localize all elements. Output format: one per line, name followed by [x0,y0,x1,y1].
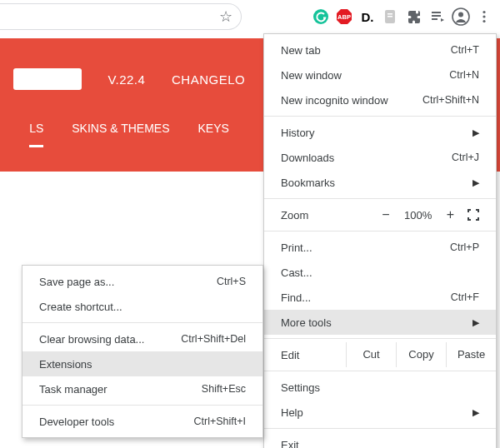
kebab-menu-icon[interactable] [475,7,493,26]
developer-tools-shortcut: Ctrl+Shift+I [193,416,246,427]
menu-history[interactable]: History ▶ [264,120,496,145]
zoom-in-button[interactable]: + [447,207,454,222]
menu-new-incognito[interactable]: New incognito window Ctrl+Shift+N [264,87,496,112]
svg-text:ABP: ABP [338,13,351,21]
submenu-arrow-icon: ▶ [472,407,479,418]
menu-exit-label: Exit [281,439,299,449]
submenu-save-page[interactable]: Save page as... Ctrl+S [22,269,262,294]
adblock-icon[interactable]: ABP [335,7,353,26]
menu-zoom: Zoom − 100% + [264,202,496,227]
clear-data-label: Clear browsing data... [39,333,144,346]
d-extension-icon[interactable]: D. [358,7,377,26]
menu-help[interactable]: Help ▶ [264,400,496,425]
menu-print-shortcut: Ctrl+P [450,241,479,253]
menu-find-shortcut: Ctrl+F [451,291,479,303]
tab-skins-themes[interactable]: SKINS & THEMES [72,122,169,147]
submenu-task-manager[interactable]: Task manager Shift+Esc [22,376,262,401]
extension-toolbar: ABP D. [305,3,500,30]
create-shortcut-label: Create shortcut... [39,301,122,313]
extensions-label: Extensions [39,358,92,371]
submenu-create-shortcut[interactable]: Create shortcut... [22,294,262,319]
zoom-percent: 100% [403,209,433,222]
developer-tools-label: Developer tools [39,416,114,428]
edit-cut-button[interactable]: Cut [346,342,396,367]
doc-extension-icon[interactable] [382,7,400,26]
submenu-clear-data[interactable]: Clear browsing data... Ctrl+Shift+Del [22,326,262,351]
menu-new-window-shortcut: Ctrl+N [449,69,479,81]
menu-bookmarks-label: Bookmarks [281,177,335,189]
menu-help-label: Help [281,406,303,419]
menu-separator [264,116,496,117]
svg-point-10 [458,12,463,17]
edit-copy-button[interactable]: Copy [396,342,446,367]
menu-settings-label: Settings [281,381,320,394]
menu-downloads-shortcut: Ctrl+J [452,152,479,163]
svg-point-11 [482,11,485,13]
svg-rect-5 [388,16,392,17]
menu-new-incognito-label: New incognito window [281,94,388,107]
edit-label: Edit [281,349,346,361]
bookmark-star-icon[interactable]: ☆ [219,7,232,26]
grammarly-icon[interactable] [312,7,330,26]
submenu-arrow-icon: ▶ [472,317,479,328]
menu-downloads[interactable]: Downloads Ctrl+J [264,145,496,170]
tab-panels[interactable]: LS [29,122,43,147]
omnibar[interactable]: ☆ [0,3,242,30]
menu-new-tab-shortcut: Ctrl+T [451,44,479,56]
version-label: V.22.4 [108,72,145,87]
clear-data-shortcut: Ctrl+Shift+Del [181,333,246,345]
save-page-label: Save page as... [39,276,114,288]
more-tools-submenu: Save page as... Ctrl+S Create shortcut..… [22,265,263,438]
menu-find[interactable]: Find... Ctrl+F [264,285,496,310]
menu-find-label: Find... [281,291,311,304]
svg-point-13 [482,20,485,22]
profile-avatar-icon[interactable] [452,7,470,26]
menu-new-tab[interactable]: New tab Ctrl+T [264,37,496,62]
menu-new-tab-label: New tab [281,44,321,57]
menu-separator [22,322,262,323]
menu-separator [264,428,496,429]
submenu-arrow-icon: ▶ [472,177,479,188]
menu-more-tools-label: More tools [281,316,332,329]
browser-main-menu: New tab Ctrl+T New window Ctrl+N New inc… [263,33,497,448]
submenu-arrow-icon: ▶ [472,127,479,138]
svg-point-12 [482,15,485,17]
menu-separator [22,405,262,406]
save-page-shortcut: Ctrl+S [217,276,246,287]
menu-new-window-label: New window [281,69,342,82]
menu-print-label: Print... [281,241,312,254]
menu-settings[interactable]: Settings [264,375,496,400]
menu-separator [264,231,496,231]
menu-exit[interactable]: Exit [264,432,496,448]
menu-new-window[interactable]: New window Ctrl+N [264,62,496,87]
zoom-label: Zoom [281,209,308,222]
menu-cast[interactable]: Cast... [264,260,496,285]
menu-new-incognito-shortcut: Ctrl+Shift+N [422,94,479,106]
menu-edit-row: Edit Cut Copy Paste [264,342,496,367]
submenu-developer-tools[interactable]: Developer tools Ctrl+Shift+I [22,409,262,434]
menu-separator [264,198,496,199]
menu-cast-label: Cast... [281,266,312,279]
changelog-link[interactable]: CHANGELO [172,72,245,87]
menu-separator [264,371,496,371]
menu-more-tools[interactable]: More tools ▶ [264,310,496,335]
white-tag [13,68,82,90]
svg-rect-4 [388,13,392,15]
edit-paste-button[interactable]: Paste [446,342,496,367]
playlist-icon[interactable] [428,7,447,26]
zoom-out-button[interactable]: − [382,207,389,222]
menu-separator [264,338,496,339]
menu-print[interactable]: Print... Ctrl+P [264,235,496,260]
task-manager-shortcut: Shift+Esc [202,383,246,395]
menu-bookmarks[interactable]: Bookmarks ▶ [264,170,496,195]
tab-keys[interactable]: KEYS [198,122,228,147]
menu-history-label: History [281,127,314,139]
task-manager-label: Task manager [39,383,108,396]
fullscreen-icon[interactable] [468,209,479,221]
menu-downloads-label: Downloads [281,152,334,164]
submenu-extensions[interactable]: Extensions [22,351,262,376]
extensions-puzzle-icon[interactable] [405,7,423,26]
